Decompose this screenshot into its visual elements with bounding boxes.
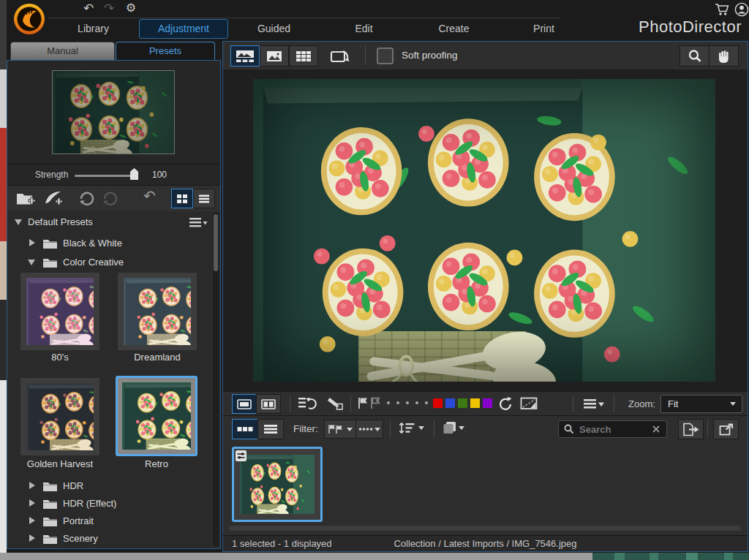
tree-row-color-creative[interactable]: Color Creative [7,254,212,271]
view-mode-grid-button[interactable] [289,45,318,67]
expand-triangle-icon[interactable] [29,239,35,246]
undo-icon[interactable]: ↶ [80,1,97,17]
pan-hand-tool-button[interactable] [709,45,739,67]
create-preset-icon[interactable] [44,190,63,209]
expand-triangle-icon[interactable] [29,517,35,524]
expand-triangle-icon[interactable] [29,482,35,489]
tab-manual[interactable]: Manual [10,42,115,61]
tab-guided[interactable]: Guided [229,18,319,39]
strength-slider-track[interactable] [75,175,136,177]
filmstrip-scrollbar[interactable] [229,526,741,531]
presets-grid-view-button[interactable] [171,189,193,208]
strength-value: 100 [152,170,167,180]
folder-icon [42,533,58,545]
stripe [724,553,733,560]
tab-edit[interactable]: Edit [319,18,409,39]
tab-create[interactable]: Create [409,18,499,39]
filter-by-label-button[interactable] [355,420,383,439]
new-preset-folder-icon[interactable] [16,191,36,209]
flag-reject-icon[interactable] [370,397,381,412]
strength-slider-handle[interactable] [130,168,138,180]
photo-path: Collection / Latest Imports / IMG_7546.j… [223,538,748,549]
color-label-swatch[interactable] [483,398,492,408]
collapse-triangle-icon[interactable] [15,219,22,225]
filter-by-flag-button[interactable] [324,420,356,439]
color-label-swatch[interactable] [470,398,480,408]
clear-search-icon[interactable] [652,425,660,434]
cyberlink-logo-icon[interactable] [12,2,46,36]
preset-thumbnail-golden-harvest[interactable] [20,378,99,455]
search-input[interactable] [578,422,650,436]
tab-adjustment[interactable]: Adjustment [139,19,228,39]
search-box[interactable] [558,420,667,438]
tree-row-split-toning[interactable]: Split Toning [7,546,212,548]
background-window-sliver [0,0,7,553]
adjustment-history-icon[interactable] [298,397,317,413]
color-label-swatch[interactable] [458,398,467,408]
open-in-new-window-button[interactable] [713,419,739,439]
preset-thumbnail-dreamland[interactable] [118,273,197,350]
settings-gear-icon[interactable]: ⚙ [122,1,140,17]
filmstrip-view-button[interactable] [232,419,258,439]
rotate-canvas-icon[interactable] [330,48,353,67]
color-label-swatch[interactable] [433,398,443,408]
view-mode-single-button[interactable] [260,45,289,67]
zoom-tool-button[interactable] [680,45,710,67]
tree-row-hdr-effect[interactable]: HDR (Effect) [7,495,212,512]
soft-proofing-checkbox[interactable] [377,48,394,64]
shopping-cart-icon[interactable] [715,3,731,19]
list-view-button[interactable] [257,419,284,439]
presets-list-view-button[interactable] [193,189,215,208]
expand-triangle-icon[interactable] [29,499,35,507]
presets-toolbar: ↶ [7,185,220,212]
folder-label: Scenery [63,533,98,544]
compare-single-view-button[interactable] [232,394,257,414]
background-fragment [0,241,7,300]
preset-thumbnail-retro-selected[interactable] [116,376,197,456]
background-fragment [0,300,7,380]
filmstrip-thumbnail-selected[interactable] [232,447,323,522]
flag-pick-icon[interactable] [358,397,368,412]
filmstrip [222,442,748,535]
tree-row-scenery[interactable]: Scenery [7,530,212,548]
tree-scrollbar-thumb[interactable] [214,214,218,271]
sort-order-button[interactable] [399,422,424,434]
collapse-triangle-icon[interactable] [28,260,35,265]
tree-row-default-presets[interactable]: Default Presets [7,214,220,230]
separator [350,396,351,412]
stripe [614,553,625,560]
reset-presets-icon[interactable]: ↶ [143,187,156,205]
tree-row-portrait[interactable]: Portrait [7,512,212,530]
compare-side-by-side-button[interactable] [256,394,281,414]
export-photo-button[interactable] [678,419,704,439]
viewer-canvas[interactable] [222,69,748,391]
preset-menu-icon[interactable] [189,217,208,230]
regional-adjustment-pen-icon[interactable] [326,397,344,413]
redo-icon[interactable]: ↷ [100,1,118,17]
tree-row-hdr[interactable]: HDR [7,477,212,495]
chevron-down-icon [730,402,736,406]
viewer-menu-icon[interactable] [583,398,605,412]
color-label-swatch[interactable] [445,398,455,408]
separator [573,396,573,412]
download-presets-icon[interactable] [78,191,96,209]
view-mode-filmstrip-button[interactable] [230,45,260,67]
strength-label: Strength [35,170,68,180]
background-desktop-strip [0,553,749,560]
tab-library[interactable]: Library [48,18,138,39]
preset-name-golden-harvest: Golden Harvest [20,458,99,469]
rotate-right-icon[interactable] [498,396,513,415]
tree-row-black-and-white[interactable]: Black & White [7,235,212,252]
stack-photos-button[interactable] [443,421,464,434]
tab-print[interactable]: Print [499,18,589,39]
zoom-level-dropdown[interactable]: Fit [660,395,742,413]
tab-presets[interactable]: Presets [116,42,215,60]
tree-scrollbar-track[interactable] [213,213,219,546]
photo-main-image[interactable] [253,79,715,382]
rating-dots[interactable] [387,401,434,404]
expand-triangle-icon[interactable] [29,534,35,542]
preset-thumbnail-80s[interactable] [20,273,99,350]
upload-presets-icon[interactable] [101,191,119,209]
color-label-swatches[interactable] [433,398,492,408]
crop-straighten-icon[interactable] [520,397,539,414]
